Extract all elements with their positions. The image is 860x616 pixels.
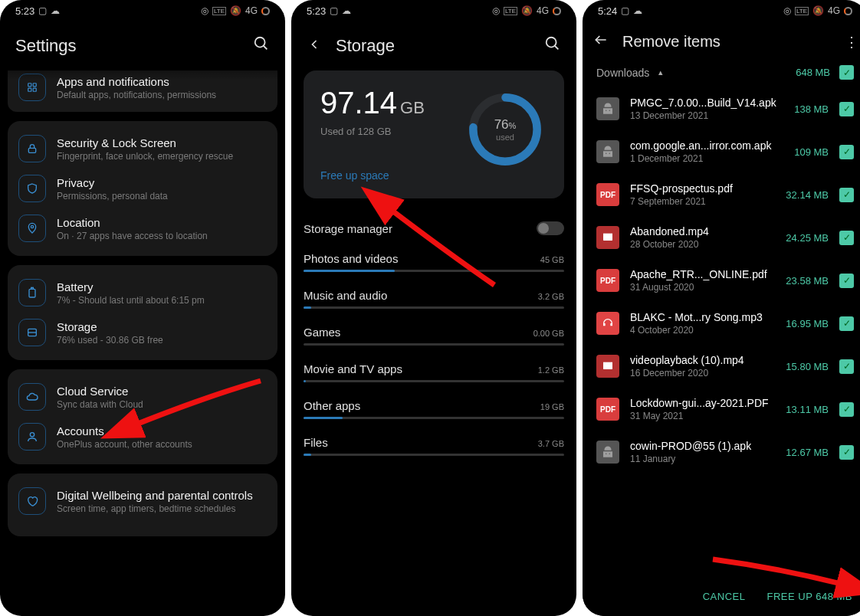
row-location[interactable]: LocationOn · 27 apps have access to loca… [18, 208, 267, 248]
cancel-button[interactable]: CANCEL [703, 591, 746, 602]
cat-name: Files [304, 436, 328, 449]
svg-point-0 [255, 38, 265, 48]
svg-rect-9 [31, 287, 34, 289]
svg-line-1 [264, 46, 268, 50]
file-size: 109 MB [794, 146, 829, 158]
cat-size: 45 GB [540, 255, 564, 264]
file-date: 11 January [630, 454, 775, 464]
file-size: 15.80 MB [786, 361, 829, 372]
file-date: 1 December 2021 [630, 153, 783, 164]
more-icon[interactable]: ⋮ [845, 34, 857, 51]
file-row[interactable]: com.google.an...irror.com.apk1 December … [583, 130, 860, 173]
apk-icon [596, 97, 619, 120]
shield-icon [18, 175, 46, 202]
card-apps[interactable]: Apps and notifications Default apps, not… [8, 70, 277, 112]
category-other-apps[interactable]: Other apps19 GB [304, 399, 564, 419]
storage-manager-row[interactable]: Storage manager [304, 221, 564, 235]
row-title: Privacy [57, 176, 168, 189]
search-icon[interactable] [253, 35, 270, 57]
volte-icon: LTE [795, 7, 809, 15]
file-row[interactable]: BLAKC - Mot...ry Song.mp34 October 20201… [583, 302, 860, 345]
file-name: Apache_RTR..._ONLINE.pdf [630, 268, 775, 280]
page-title: Settings [15, 36, 239, 56]
battery-icon [18, 279, 46, 306]
row-storage[interactable]: Storage76% used - 30.86 GB free [18, 313, 267, 352]
file-checkbox[interactable]: ✓ [839, 145, 854, 159]
file-checkbox[interactable]: ✓ [839, 231, 854, 245]
row-title: Security & Lock Screen [57, 136, 233, 149]
file-name: Lockdown-gui...ay-2021.PDF [630, 397, 775, 409]
user-icon [18, 423, 46, 451]
file-name: PMGC_7.0.00...Build_V14.apk [630, 97, 783, 109]
row-title: Battery [57, 280, 205, 293]
search-icon[interactable] [544, 35, 561, 57]
apps-title: Apps and notifications [57, 75, 216, 88]
file-row[interactable]: PDFFFSQ-prospectus.pdf7 September 202132… [583, 173, 860, 216]
row-title: Accounts [57, 424, 192, 437]
file-row[interactable]: PDFLockdown-gui...ay-2021.PDF31 May 2021… [583, 388, 860, 431]
cast-icon: ◎ [783, 5, 791, 16]
pin-icon [18, 215, 46, 242]
file-checkbox[interactable]: ✓ [839, 316, 854, 331]
file-checkbox[interactable]: ✓ [839, 188, 854, 202]
storage-used-value: 97.14GB [320, 87, 425, 118]
file-checkbox[interactable]: ✓ [839, 359, 854, 374]
row-accounts[interactable]: AccountsOnePlus account, other accounts [18, 417, 267, 457]
file-date: 31 August 2020 [630, 282, 775, 293]
phone-settings: 5:23 ▢ ☁ ◎ LTE 🔕 4G Settings Apps and no… [0, 0, 285, 616]
category-games[interactable]: Games0.00 GB [304, 326, 564, 346]
file-row[interactable]: PDFApache_RTR..._ONLINE.pdf31 August 202… [583, 259, 860, 302]
mute-icon: 🔕 [230, 5, 241, 16]
file-size: 12.67 MB [786, 447, 829, 458]
category-files[interactable]: Files3.7 GB [304, 436, 564, 456]
section-checkbox[interactable]: ✓ [839, 65, 854, 80]
statusbar: 5:23 ▢ ☁ ◎ LTE 🔕 4G [291, 0, 576, 21]
file-checkbox[interactable]: ✓ [839, 102, 854, 116]
row-battery[interactable]: Battery7% - Should last until about 6:15… [18, 273, 267, 313]
wellbeing-sub: Screen time, app timers, bedtime schedul… [57, 503, 253, 514]
file-checkbox[interactable]: ✓ [839, 402, 854, 417]
cat-size: 0.00 GB [533, 329, 564, 338]
free-up-space-link[interactable]: Free up space [320, 169, 425, 182]
video-icon [596, 226, 619, 249]
row-security-lock-screen[interactable]: Security & Lock ScreenFingerprint, face … [18, 129, 267, 169]
category-music-and-audio[interactable]: Music and audio3.2 GB [304, 289, 564, 309]
storage-manager-toggle[interactable] [537, 221, 564, 235]
category-movie-and-tv-apps[interactable]: Movie and TV apps1.2 GB [304, 362, 564, 382]
row-title: Location [57, 216, 208, 229]
cat-name: Photos and videos [304, 252, 398, 265]
file-row[interactable]: PMGC_7.0.00...Build_V14.apk13 December 2… [583, 87, 860, 130]
file-row[interactable]: Abandoned.mp428 October 202024.25 MB✓ [583, 216, 860, 259]
signal-icon: 4G [245, 5, 258, 16]
file-date: 28 October 2020 [630, 239, 775, 250]
row-privacy[interactable]: PrivacyPermissions, personal data [18, 169, 267, 208]
mute-icon: 🔕 [812, 5, 824, 16]
file-size: 13.11 MB [786, 404, 829, 415]
file-row[interactable]: cowin-PROD@55 (1).apk11 January12.67 MB✓ [583, 431, 860, 473]
file-date: 7 September 2021 [630, 196, 775, 207]
category-photos-and-videos[interactable]: Photos and videos45 GB [304, 252, 564, 272]
back-icon[interactable] [307, 37, 322, 56]
donut-label: used [496, 133, 514, 142]
file-checkbox[interactable]: ✓ [839, 445, 854, 460]
file-name: Abandoned.mp4 [630, 225, 775, 238]
back-icon[interactable] [593, 32, 609, 51]
row-wellbeing[interactable]: Digital Wellbeing and parental controls … [18, 481, 267, 521]
cat-bar [304, 343, 564, 346]
volte-icon: LTE [504, 7, 517, 15]
file-date: 16 December 2020 [630, 368, 775, 378]
header: Settings [0, 21, 285, 70]
file-size: 23.58 MB [786, 275, 829, 287]
file-checkbox[interactable]: ✓ [839, 274, 854, 288]
file-name: com.google.an...irror.com.apk [630, 139, 783, 152]
row-cloud-service[interactable]: Cloud ServiceSync data with Cloud [18, 377, 267, 417]
phone-remove-items: 5:24 ▢ ☁ ◎ LTE 🔕 4G Remove items ⋮ Downl… [583, 0, 860, 616]
image-icon: ▢ [330, 5, 338, 16]
page-title: Storage [336, 36, 530, 56]
free-up-button[interactable]: FREE UP 648 MB [766, 591, 852, 602]
donut-pct-sym: % [509, 121, 517, 130]
downloads-section-header[interactable]: Downloads ▴ 648 MB ✓ [583, 62, 860, 87]
file-row[interactable]: videoplayback (10).mp416 December 202015… [583, 345, 860, 388]
file-name: cowin-PROD@55 (1).apk [630, 440, 775, 452]
video-icon [596, 355, 619, 378]
